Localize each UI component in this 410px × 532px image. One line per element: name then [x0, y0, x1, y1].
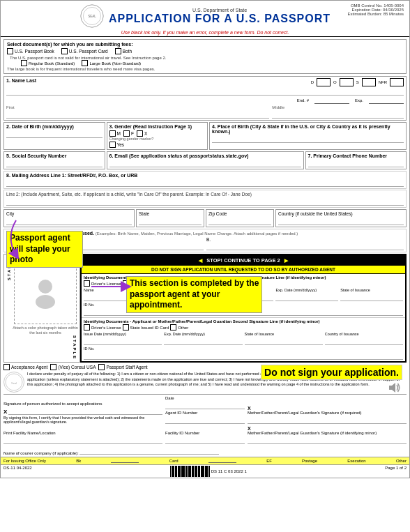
zip-field-input[interactable]	[208, 217, 271, 225]
passport-book-label: U.S. Passport Book	[15, 49, 54, 54]
postage-label: Postage	[302, 459, 317, 463]
mailing-addr2-field[interactable]	[6, 197, 404, 206]
footer-bar2: DS-11 04-2022 DS 11 C 03 2022 1 Page 1 o…	[1, 464, 409, 478]
sig-note: By signing this form, I certify that I h…	[3, 416, 162, 424]
passport-book-checkbox[interactable]	[7, 48, 13, 54]
other-label: Other	[396, 459, 407, 463]
last-name-field[interactable]	[6, 87, 404, 96]
other-checkbox2[interactable]	[170, 324, 176, 330]
state-issuance-field[interactable]	[340, 293, 403, 301]
other-opt2[interactable]: Other	[170, 324, 188, 330]
mailing-addr2-label: Line 2: (Include Apartment, Suite, etc. …	[6, 192, 252, 197]
date-field[interactable]	[165, 401, 245, 409]
mailing-addr1-field[interactable]	[6, 178, 404, 187]
svg-marker-8	[389, 383, 395, 393]
exp-date-field[interactable]	[275, 293, 338, 301]
exp-date-label2: Exp. Date (mm/dd/yyyy)	[164, 332, 242, 336]
sound-icon	[387, 381, 401, 395]
dl-checkbox[interactable]	[84, 280, 90, 287]
id-no-field2[interactable]	[84, 351, 403, 360]
country-field-input[interactable]	[278, 217, 404, 225]
x-checkbox[interactable]	[137, 130, 143, 137]
male-option[interactable]: M	[109, 130, 121, 137]
female-option[interactable]: F	[123, 130, 134, 137]
o-box[interactable]	[340, 78, 354, 86]
exp-field[interactable]	[369, 97, 404, 104]
s-box[interactable]	[362, 78, 376, 86]
acceptance-agent-checkbox[interactable]	[3, 364, 10, 370]
courier-field[interactable]	[79, 446, 219, 455]
print-facility-field[interactable]	[3, 436, 162, 444]
first-label: First	[6, 105, 269, 109]
exp-date-field2[interactable]	[164, 337, 242, 345]
facility-id-field[interactable]	[165, 436, 245, 444]
dl-checkbox2[interactable]	[84, 324, 90, 330]
country-label: Country (if outside the United States)	[278, 211, 353, 216]
execution-label: Execution	[347, 459, 365, 463]
passport-book-option[interactable]: U.S. Passport Book	[7, 48, 54, 54]
mother-sig-field[interactable]	[248, 416, 407, 424]
issue-date-field2[interactable]	[84, 337, 162, 345]
female-checkbox[interactable]	[123, 130, 130, 137]
svg-text:Seal: Seal	[11, 381, 17, 385]
stop-banner: ◄ STOP! CONTINUE TO PAGE 2 ►	[82, 255, 405, 266]
phone-label: 7. Primary Contact Phone Number	[308, 153, 388, 158]
drivers-license-opt[interactable]: Driver's License	[84, 280, 121, 287]
email-field[interactable]	[109, 159, 301, 167]
city-label: City	[6, 211, 14, 216]
guardian-sig2-field[interactable]	[248, 436, 407, 444]
passport-card-checkbox[interactable]	[61, 48, 68, 54]
ds-num: DS 11 C 03 2022 1	[211, 469, 247, 473]
sid-opt2[interactable]: State Issued ID Card	[123, 324, 169, 330]
doc-select-section: Select document(s) for which you are sub…	[3, 39, 407, 74]
yes-option[interactable]: Yes	[109, 142, 206, 148]
email-label: 6. Email (See application status at pass…	[109, 153, 249, 158]
first-name-field[interactable]	[6, 110, 269, 119]
do-not-sign-note: Do not sign your application.	[261, 365, 402, 380]
bk-label: Bk	[76, 459, 81, 463]
consul-usa-checkbox[interactable]	[50, 364, 56, 370]
exp-date-label: Exp. Date (mm/dd/yyyy)	[275, 288, 338, 292]
other-b-field[interactable]	[206, 242, 404, 250]
male-checkbox[interactable]	[109, 130, 116, 137]
ink-notice: Use black ink only. If you make an error…	[6, 30, 404, 35]
state-issuance-field2[interactable]	[245, 337, 323, 345]
consul-usa-label: (Vice) Consul USA	[58, 365, 96, 370]
both-checkbox[interactable]	[115, 48, 121, 54]
x-option[interactable]: X	[137, 130, 147, 137]
both-option[interactable]: Both	[115, 48, 132, 54]
sid-checkbox2[interactable]	[123, 324, 129, 330]
nfr-box[interactable]	[390, 78, 404, 86]
state-field-input[interactable]	[139, 217, 202, 225]
ssn-field[interactable]	[6, 159, 102, 167]
mailing-addr2-section: Line 2: (Include Apartment, Suite, etc. …	[3, 190, 407, 208]
date-label: Date	[165, 396, 245, 400]
regular-book-option[interactable]: Regular Book (Standard)	[21, 60, 75, 66]
large-book-checkbox[interactable]	[82, 60, 88, 66]
end-field[interactable]	[314, 97, 349, 104]
phone-field[interactable]	[308, 159, 404, 167]
pob-label: 4. Place of Birth (City & State if in th…	[212, 124, 390, 134]
passport-staff-checkbox[interactable]	[98, 364, 105, 370]
large-book-label: Large Book (Non-Standard)	[89, 61, 141, 66]
regular-book-checkbox[interactable]	[21, 60, 27, 66]
page-num: Page 1 of 2	[385, 466, 407, 477]
agent-id-field[interactable]	[165, 416, 245, 424]
regular-book-label: Regular Book (Standard)	[29, 61, 75, 66]
large-book-option[interactable]: Large Book (Non-Standard)	[82, 60, 141, 66]
passport-card-option[interactable]: U.S. Passport Card	[61, 48, 108, 54]
form-num: DS-11 04-2022	[3, 466, 32, 477]
acceptance-sig-field[interactable]	[8, 406, 162, 415]
dl-opt2[interactable]: Driver's License	[84, 324, 121, 330]
yes-checkbox[interactable]	[109, 142, 116, 148]
pob-field[interactable]	[212, 135, 404, 143]
city-field-input[interactable]	[6, 217, 132, 225]
country-issuance-field[interactable]	[325, 337, 403, 345]
svg-text:SEAL: SEAL	[88, 15, 96, 18]
gender-label: 3. Gender (Read Instruction Page 1)	[109, 124, 192, 129]
dob-field[interactable]	[6, 130, 102, 138]
d-box[interactable]	[317, 78, 331, 86]
other-names-examples: (Examples: Birth Name, Maiden, Previous …	[96, 231, 298, 236]
photo-section: STAPLE 2" x 2" Attach a color photograph…	[3, 254, 80, 363]
middle-name-field[interactable]	[272, 110, 404, 119]
